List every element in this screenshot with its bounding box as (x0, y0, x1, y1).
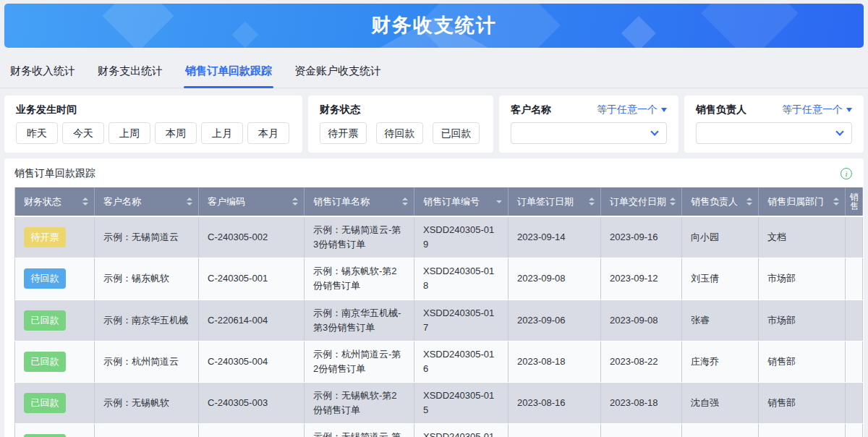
filter-status-label: 财务状态 (320, 103, 482, 116)
table-cell: 张睿 (682, 300, 759, 341)
column-header-customer-name[interactable]: 客户名称 (95, 187, 199, 216)
column-header-sign-date[interactable]: 订单签订日期 (509, 187, 601, 216)
table-header-row: 财务状态 客户名称 客户编码 销售订单名称 销售订单编号 订单签订日期 订单交付… (15, 187, 863, 216)
table-row[interactable]: 待开票示例：无锡简道云C-240305-002示例：无锡简道云-第3份销售订单X… (15, 216, 863, 258)
column-header-finance-status[interactable]: 财务状态 (15, 187, 95, 216)
time-button-this-week[interactable]: 本周 (155, 122, 197, 144)
customer-operator-dropdown[interactable]: 等于任意一个 (597, 103, 667, 116)
filter-status-buttons: 待开票 待回款 已回款 (320, 122, 482, 144)
table-cell: C-220614-004 (199, 300, 305, 341)
time-button-yesterday[interactable]: 昨天 (16, 122, 58, 144)
table-row[interactable]: 已回款示例：无锡帆软C-240305-003示例：无锡帆软-第2份销售订单XSD… (15, 383, 863, 424)
status-cell: 已回款 (15, 424, 95, 437)
table-row[interactable]: 已回款示例：杭州简道云C-240305-004示例：杭州简道云-第2份销售订单X… (15, 341, 863, 382)
table-cell: 向小园 (682, 424, 759, 437)
filter-card-customer: 客户名称 等于任意一个 (499, 96, 678, 153)
status-button-paid[interactable]: 已回款 (433, 122, 480, 144)
table-cell: XSDD240305-016 (414, 341, 509, 382)
column-header-delivery-date[interactable]: 订单交付日期 (601, 187, 682, 216)
table-cell: 示例：锡东帆软 (95, 258, 199, 300)
table-cell: C-240305-001 (199, 258, 305, 300)
table-cell: 2023-09-16 (601, 216, 682, 258)
status-cell: 待回款 (15, 258, 95, 300)
status-badge: 待开票 (24, 227, 66, 247)
table-cell: 2023-08-18 (509, 341, 601, 382)
tab-capital-account[interactable]: 资金账户收支统计 (293, 61, 383, 88)
time-button-this-month[interactable]: 本月 (247, 122, 289, 144)
table-cell: 2023-09-08 (509, 258, 601, 300)
table-cell: 示例：杭州简道云-第2份销售订单 (305, 341, 414, 382)
status-badge: 已回款 (24, 310, 66, 331)
chevron-down-icon (835, 127, 843, 135)
caret-down-icon (846, 108, 852, 112)
filter-time-buttons: 昨天 今天 上周 本周 上月 本月 (16, 122, 291, 144)
sort-icon (292, 198, 298, 205)
filter-bar: 业务发生时间 昨天 今天 上周 本周 上月 本月 财务状态 待开票 待回款 已回… (4, 96, 864, 153)
caret-down-icon (661, 108, 667, 112)
table-cell: 示例：南京华五机械-第3份销售订单 (305, 300, 414, 341)
table-cell-truncated (846, 258, 863, 300)
sort-icon (82, 198, 88, 205)
table-cell: 庄海乔 (682, 341, 759, 382)
table-cell: 示例：无锡帆软 (95, 383, 199, 424)
time-button-last-month[interactable]: 上月 (201, 122, 243, 144)
table-cell: 刘玉倩 (682, 258, 759, 300)
table-cell: 2023-09-06 (509, 300, 601, 341)
table-cell: 示例：无锡简道云-第3份销售订单 (305, 216, 414, 258)
table-cell: C-240305-003 (199, 383, 305, 424)
table-cell: 文档 (759, 216, 846, 258)
table-cell: C-240305-002 (199, 216, 305, 258)
table-cell: XSDD240305-015 (414, 383, 509, 424)
table-scroll-area[interactable]: 财务状态 客户名称 客户编码 销售订单名称 销售订单编号 订单签订日期 订单交付… (14, 187, 864, 437)
column-header-order-number[interactable]: 销售订单编号 (414, 187, 509, 216)
tab-finance-income[interactable]: 财务收入统计 (9, 61, 77, 88)
sort-icon (589, 198, 595, 205)
status-cell: 已回款 (15, 300, 95, 341)
table-cell: 示例：杭州简道云 (95, 341, 199, 382)
column-header-order-name[interactable]: 销售订单名称 (305, 187, 414, 216)
column-header-customer-code[interactable]: 客户编码 (199, 187, 305, 216)
table-cell: 2023-08-15 (601, 424, 682, 437)
table-cell: 市场部 (759, 258, 846, 300)
table-cell: C-240305-004 (199, 341, 305, 382)
tab-sales-order-payback[interactable]: 销售订单回款跟踪 (184, 61, 273, 88)
sales-order-table: 财务状态 客户名称 客户编码 销售订单名称 销售订单编号 订单签订日期 订单交付… (14, 187, 863, 437)
table-row[interactable]: 已回款示例：南京华五机械C-220614-004示例：南京华五机械-第3份销售订… (15, 300, 863, 341)
status-button-pending-payment[interactable]: 待回款 (376, 122, 423, 144)
table-cell: 文档 (759, 424, 846, 437)
salesperson-operator-dropdown[interactable]: 等于任意一个 (782, 103, 852, 116)
table-cell-truncated (846, 383, 863, 424)
sort-icon (187, 198, 192, 205)
table-cell: XSDD240305-019 (414, 216, 509, 258)
table-card: 销售订单回款跟踪 i 财务状态 客户名称 客户编码 销售订单名称 销售订单编号 … (4, 158, 864, 437)
table-row[interactable]: 已回款示例：无锡简道云C-240305-002示例：无锡简道云-第2份销售订单X… (15, 424, 863, 437)
salesperson-select[interactable] (696, 122, 852, 144)
page-title: 财务收支统计 (4, 4, 864, 48)
tab-finance-expense[interactable]: 财务支出统计 (96, 61, 164, 88)
table-cell: 2023-08-12 (509, 424, 601, 437)
info-icon[interactable]: i (841, 168, 852, 179)
status-button-pending-invoice[interactable]: 待开票 (320, 122, 367, 144)
time-button-last-week[interactable]: 上周 (109, 122, 150, 144)
filter-card-salesperson: 销售负责人 等于任意一个 (684, 96, 864, 153)
table-cell-truncated (846, 216, 863, 258)
table-cell: 2023-08-22 (601, 341, 682, 382)
table-cell: 示例：无锡帆软-第2份销售订单 (305, 383, 414, 424)
column-header-truncated[interactable]: 销售 (846, 187, 863, 216)
status-badge: 已回款 (24, 352, 66, 372)
table-row[interactable]: 待回款示例：锡东帆软C-240305-001示例：锡东帆软-第2份销售订单XSD… (15, 258, 863, 300)
column-header-salesperson[interactable]: 销售负责人 (682, 187, 759, 216)
time-button-today[interactable]: 今天 (62, 122, 104, 144)
table-cell: 沈自强 (682, 383, 759, 424)
customer-operator-text: 等于任意一个 (597, 103, 658, 116)
status-badge: 待回款 (24, 268, 66, 289)
status-badge: 已回款 (24, 434, 66, 437)
filter-card-time: 业务发生时间 昨天 今天 上周 本周 上月 本月 (4, 96, 302, 153)
sort-icon (670, 198, 676, 205)
table-cell: 2023-09-08 (601, 300, 682, 341)
table-cell: 销售部 (759, 341, 846, 382)
filter-customer-label: 客户名称 (511, 103, 551, 116)
customer-select[interactable] (511, 122, 667, 144)
column-header-sales-department[interactable]: 销售归属部门 (759, 187, 846, 216)
table-cell: 销售部 (759, 383, 846, 424)
